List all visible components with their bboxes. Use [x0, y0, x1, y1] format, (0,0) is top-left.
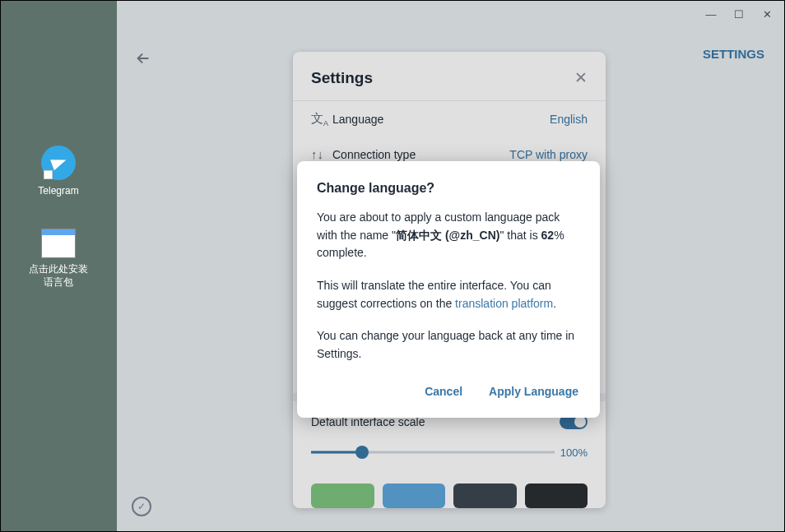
desktop-background: Telegram 点击此处安装 语言包	[1, 1, 117, 532]
language-value: English	[550, 113, 588, 126]
file-icon	[41, 229, 76, 258]
minimize-button[interactable]: —	[697, 2, 725, 25]
desktop-icon-telegram[interactable]: Telegram	[17, 146, 100, 198]
maximize-button[interactable]: ☐	[725, 2, 753, 25]
language-row[interactable]: 文A Language English	[293, 101, 606, 137]
cancel-button[interactable]: Cancel	[423, 378, 464, 405]
scale-percent: 100%	[560, 446, 588, 459]
row-label: Language	[332, 113, 550, 126]
window-titlebar: — ☐ ✕	[117, 1, 784, 27]
translation-platform-link[interactable]: translation platform	[455, 297, 553, 310]
arrow-left-icon	[134, 49, 152, 67]
theme-tile[interactable]	[383, 483, 446, 508]
theme-tile[interactable]	[453, 483, 517, 508]
close-window-button[interactable]: ✕	[753, 2, 781, 25]
shield-badge[interactable]: ✓	[132, 497, 151, 516]
apply-language-button[interactable]: Apply Language	[487, 378, 580, 405]
scale-slider[interactable]: 100%	[311, 444, 588, 460]
change-language-dialog: Change language? You are about to apply …	[297, 161, 600, 418]
theme-tile[interactable]	[525, 483, 588, 508]
settings-panel-title: Settings	[311, 69, 373, 87]
connection-value: TCP with proxy	[509, 148, 588, 161]
theme-tile[interactable]	[311, 483, 374, 508]
desktop-icon-label: Telegram	[17, 185, 100, 198]
slider-thumb[interactable]	[355, 446, 369, 459]
desktop-icon-label: 点击此处安装 语言包	[17, 263, 100, 289]
theme-tiles	[293, 472, 606, 508]
dialog-body: You are about to apply a custom language…	[317, 209, 580, 363]
dialog-title: Change language?	[317, 181, 580, 196]
slider-fill	[311, 451, 362, 454]
row-label: Connection type	[332, 148, 509, 161]
settings-link[interactable]: SETTINGS	[703, 47, 764, 61]
shortcut-badge-icon	[44, 170, 53, 179]
back-button[interactable]	[130, 45, 156, 72]
settings-close-button[interactable]: ✕	[574, 68, 588, 87]
desktop-icon-install-lang[interactable]: 点击此处安装 语言包	[17, 229, 100, 289]
updown-icon: ↑↓	[311, 147, 332, 161]
translate-icon: 文A	[311, 111, 332, 127]
